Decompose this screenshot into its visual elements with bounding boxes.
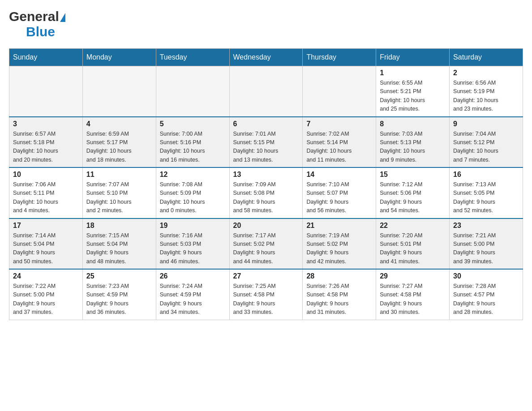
calendar-cell: 5Sunrise: 7:00 AMSunset: 5:16 PMDaylight…: [156, 117, 229, 168]
day-info: Sunrise: 7:23 AMSunset: 4:59 PMDaylight:…: [86, 282, 152, 317]
day-info: Sunrise: 7:09 AMSunset: 5:08 PMDaylight:…: [233, 180, 299, 215]
day-header-thursday: Thursday: [303, 49, 376, 66]
logo-top: General: [9, 9, 65, 24]
day-number: 17: [13, 222, 79, 230]
day-number: 4: [86, 120, 152, 128]
day-number: 9: [453, 120, 519, 128]
calendar-cell: [303, 66, 376, 117]
calendar-cell: 23Sunrise: 7:21 AMSunset: 5:00 PMDayligh…: [450, 218, 523, 270]
calendar-cell: 16Sunrise: 7:13 AMSunset: 5:05 PMDayligh…: [450, 167, 523, 218]
day-number: 24: [13, 272, 79, 280]
day-number: 1: [380, 69, 446, 77]
calendar-cell: 26Sunrise: 7:24 AMSunset: 4:59 PMDayligh…: [156, 269, 229, 320]
week-row-4: 17Sunrise: 7:14 AMSunset: 5:04 PMDayligh…: [9, 218, 523, 270]
calendar-cell: 13Sunrise: 7:09 AMSunset: 5:08 PMDayligh…: [229, 167, 303, 218]
calendar-cell: 19Sunrise: 7:16 AMSunset: 5:03 PMDayligh…: [156, 218, 229, 270]
day-number: 15: [380, 171, 446, 179]
day-number: 11: [86, 171, 152, 179]
calendar-cell: 21Sunrise: 7:19 AMSunset: 5:02 PMDayligh…: [303, 218, 376, 270]
day-number: 8: [380, 120, 446, 128]
calendar-cell: 12Sunrise: 7:08 AMSunset: 5:09 PMDayligh…: [156, 167, 229, 218]
logo-bottom: Blue: [9, 24, 55, 39]
week-row-3: 10Sunrise: 7:06 AMSunset: 5:11 PMDayligh…: [9, 167, 523, 218]
logo-general-text: General: [9, 9, 59, 24]
day-info: Sunrise: 7:08 AMSunset: 5:09 PMDaylight:…: [160, 180, 226, 215]
logo: General Blue: [9, 9, 65, 39]
day-header-friday: Friday: [376, 49, 450, 66]
day-number: 16: [453, 171, 519, 179]
day-info: Sunrise: 7:21 AMSunset: 5:00 PMDaylight:…: [453, 231, 519, 266]
calendar-cell: [229, 66, 303, 117]
day-info: Sunrise: 6:57 AMSunset: 5:18 PMDaylight:…: [13, 130, 79, 165]
calendar-cell: 24Sunrise: 7:22 AMSunset: 5:00 PMDayligh…: [9, 269, 83, 320]
day-info: Sunrise: 6:59 AMSunset: 5:17 PMDaylight:…: [86, 130, 152, 165]
calendar-cell: 27Sunrise: 7:25 AMSunset: 4:58 PMDayligh…: [229, 269, 303, 320]
calendar-cell: 7Sunrise: 7:02 AMSunset: 5:14 PMDaylight…: [303, 117, 376, 168]
day-number: 19: [160, 222, 226, 230]
day-info: Sunrise: 7:28 AMSunset: 4:57 PMDaylight:…: [453, 282, 519, 317]
day-info: Sunrise: 7:12 AMSunset: 5:06 PMDaylight:…: [380, 180, 446, 215]
calendar-cell: 18Sunrise: 7:15 AMSunset: 5:04 PMDayligh…: [82, 218, 156, 270]
day-header-tuesday: Tuesday: [156, 49, 229, 66]
page-header: General Blue: [9, 9, 523, 39]
day-header-monday: Monday: [82, 49, 156, 66]
calendar-cell: 1Sunrise: 6:55 AMSunset: 5:21 PMDaylight…: [376, 66, 450, 117]
calendar-cell: 3Sunrise: 6:57 AMSunset: 5:18 PMDaylight…: [9, 117, 83, 168]
day-number: 23: [453, 222, 519, 230]
logo-triangle-icon: [60, 13, 65, 22]
day-header-sunday: Sunday: [9, 49, 83, 66]
calendar-cell: 11Sunrise: 7:07 AMSunset: 5:10 PMDayligh…: [82, 167, 156, 218]
calendar-body: 1Sunrise: 6:55 AMSunset: 5:21 PMDaylight…: [9, 66, 523, 320]
day-info: Sunrise: 7:10 AMSunset: 5:07 PMDaylight:…: [306, 180, 372, 215]
day-info: Sunrise: 7:01 AMSunset: 5:15 PMDaylight:…: [233, 130, 299, 165]
day-info: Sunrise: 7:13 AMSunset: 5:05 PMDaylight:…: [453, 180, 519, 215]
day-number: 21: [306, 222, 372, 230]
day-number: 18: [86, 222, 152, 230]
day-info: Sunrise: 7:22 AMSunset: 5:00 PMDaylight:…: [13, 282, 79, 317]
day-number: 6: [233, 120, 299, 128]
day-number: 3: [13, 120, 79, 128]
day-number: 13: [233, 171, 299, 179]
day-info: Sunrise: 7:06 AMSunset: 5:11 PMDaylight:…: [13, 180, 79, 215]
day-info: Sunrise: 7:04 AMSunset: 5:12 PMDaylight:…: [453, 130, 519, 165]
calendar-cell: 14Sunrise: 7:10 AMSunset: 5:07 PMDayligh…: [303, 167, 376, 218]
day-info: Sunrise: 7:15 AMSunset: 5:04 PMDaylight:…: [86, 231, 152, 266]
calendar-cell: 4Sunrise: 6:59 AMSunset: 5:17 PMDaylight…: [82, 117, 156, 168]
day-header-wednesday: Wednesday: [229, 49, 303, 66]
day-number: 27: [233, 272, 299, 280]
calendar-cell: 30Sunrise: 7:28 AMSunset: 4:57 PMDayligh…: [450, 269, 523, 320]
calendar-cell: 25Sunrise: 7:23 AMSunset: 4:59 PMDayligh…: [82, 269, 156, 320]
day-number: 22: [380, 222, 446, 230]
week-row-1: 1Sunrise: 6:55 AMSunset: 5:21 PMDaylight…: [9, 66, 523, 117]
day-number: 7: [306, 120, 372, 128]
day-info: Sunrise: 7:14 AMSunset: 5:04 PMDaylight:…: [13, 231, 79, 266]
calendar-cell: 15Sunrise: 7:12 AMSunset: 5:06 PMDayligh…: [376, 167, 450, 218]
day-info: Sunrise: 7:19 AMSunset: 5:02 PMDaylight:…: [306, 231, 372, 266]
week-row-2: 3Sunrise: 6:57 AMSunset: 5:18 PMDaylight…: [9, 117, 523, 168]
calendar-cell: 17Sunrise: 7:14 AMSunset: 5:04 PMDayligh…: [9, 218, 83, 270]
day-info: Sunrise: 7:20 AMSunset: 5:01 PMDaylight:…: [380, 231, 446, 266]
week-row-5: 24Sunrise: 7:22 AMSunset: 5:00 PMDayligh…: [9, 269, 523, 320]
calendar-header: SundayMondayTuesdayWednesdayThursdayFrid…: [9, 49, 523, 66]
calendar-cell: 20Sunrise: 7:17 AMSunset: 5:02 PMDayligh…: [229, 218, 303, 270]
day-info: Sunrise: 7:27 AMSunset: 4:58 PMDaylight:…: [380, 282, 446, 317]
day-info: Sunrise: 7:17 AMSunset: 5:02 PMDaylight:…: [233, 231, 299, 266]
day-info: Sunrise: 7:02 AMSunset: 5:14 PMDaylight:…: [306, 130, 372, 165]
day-info: Sunrise: 7:16 AMSunset: 5:03 PMDaylight:…: [160, 231, 226, 266]
calendar-table: SundayMondayTuesdayWednesdayThursdayFrid…: [9, 48, 523, 320]
calendar-cell: 22Sunrise: 7:20 AMSunset: 5:01 PMDayligh…: [376, 218, 450, 270]
day-number: 28: [306, 272, 372, 280]
calendar-cell: 9Sunrise: 7:04 AMSunset: 5:12 PMDaylight…: [450, 117, 523, 168]
calendar-cell: 29Sunrise: 7:27 AMSunset: 4:58 PMDayligh…: [376, 269, 450, 320]
day-number: 10: [13, 171, 79, 179]
calendar-cell: [9, 66, 83, 117]
day-number: 30: [453, 272, 519, 280]
day-info: Sunrise: 7:03 AMSunset: 5:13 PMDaylight:…: [380, 130, 446, 165]
calendar-cell: 28Sunrise: 7:26 AMSunset: 4:58 PMDayligh…: [303, 269, 376, 320]
day-info: Sunrise: 6:56 AMSunset: 5:19 PMDaylight:…: [453, 79, 519, 114]
day-number: 5: [160, 120, 226, 128]
day-info: Sunrise: 7:25 AMSunset: 4:58 PMDaylight:…: [233, 282, 299, 317]
day-info: Sunrise: 7:24 AMSunset: 4:59 PMDaylight:…: [160, 282, 226, 317]
days-of-week-row: SundayMondayTuesdayWednesdayThursdayFrid…: [9, 49, 523, 66]
day-number: 20: [233, 222, 299, 230]
